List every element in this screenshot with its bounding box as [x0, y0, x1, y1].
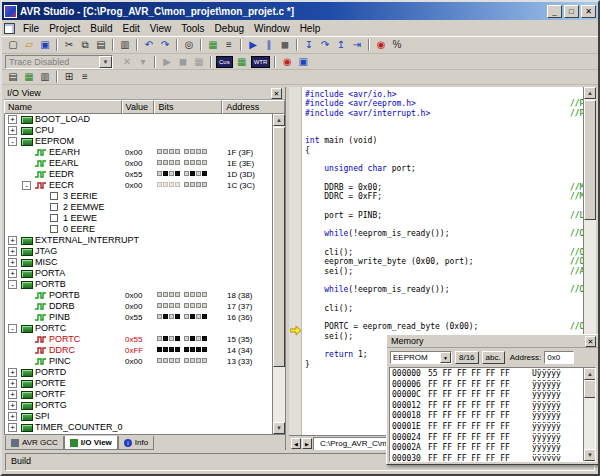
io-row-eeprom[interactable]: -EEPROM [5, 136, 272, 147]
io-row-jtag[interactable]: +JTAG [5, 246, 272, 257]
bit-box[interactable] [157, 347, 162, 352]
expand-icon[interactable]: + [8, 236, 17, 245]
bit-box[interactable] [163, 292, 168, 297]
menu-item-project[interactable]: Project [44, 22, 85, 35]
io-row-cpu[interactable]: +CPU [5, 125, 272, 136]
stop-trace-icon[interactable]: ◼ [175, 55, 191, 69]
bit-box[interactable] [163, 160, 168, 165]
find-icon[interactable]: ◎ [181, 38, 197, 52]
bit-box[interactable] [163, 347, 168, 352]
scrollbar-thumb[interactable] [584, 380, 596, 398]
io-row-porte[interactable]: +PORTE [5, 378, 272, 389]
bit-box[interactable] [157, 149, 162, 154]
bit-box[interactable] [169, 336, 174, 341]
bit-box[interactable] [190, 314, 195, 319]
step-over-icon[interactable]: ↷ [317, 38, 333, 52]
memory-scrollbar[interactable]: ▲ ▼ [583, 368, 595, 461]
scroll-up-icon[interactable]: ▲ [273, 114, 285, 126]
expand-icon[interactable]: + [8, 126, 17, 135]
bit-box[interactable] [163, 314, 168, 319]
bit-box[interactable] [202, 303, 207, 308]
expand-icon[interactable]: + [8, 115, 17, 124]
bit-box[interactable] [175, 171, 180, 176]
io-row-portb[interactable]: -PORTB [5, 279, 272, 290]
bit-box[interactable] [157, 160, 162, 165]
bit-box[interactable] [163, 182, 168, 187]
bit-box[interactable] [184, 358, 189, 363]
bit-box[interactable] [190, 347, 195, 352]
column-header-name[interactable]: Name [4, 100, 122, 114]
bit-box[interactable] [202, 149, 207, 154]
bit-box[interactable] [163, 149, 168, 154]
bit-box[interactable] [169, 171, 174, 176]
expand-icon[interactable]: + [8, 412, 17, 421]
wtr-tool-icon[interactable]: WTR [251, 56, 271, 68]
bit-box[interactable] [202, 182, 207, 187]
bit-box[interactable] [184, 336, 189, 341]
bit-box[interactable] [175, 336, 180, 341]
io-row-timer-counter-0[interactable]: +TIMER_COUNTER_0 [5, 422, 272, 433]
bit-box[interactable] [157, 292, 162, 297]
bit-box[interactable] [169, 303, 174, 308]
bit-box[interactable] [184, 149, 189, 154]
close-icon[interactable]: ✕ [585, 336, 596, 347]
bit-checkbox[interactable] [50, 225, 58, 233]
bit-box[interactable] [202, 171, 207, 176]
menu-item-window[interactable]: Window [249, 22, 295, 35]
io-row-misc[interactable]: +MISC [5, 257, 272, 268]
word-size-button[interactable]: 8/16 [455, 351, 479, 364]
memory-row[interactable]: 00002AFF FF FF FF FF FFÿÿÿÿÿÿ [390, 442, 583, 453]
scroll-up-icon[interactable]: ▲ [584, 87, 596, 99]
bit-box[interactable] [196, 149, 201, 154]
bit-box[interactable] [175, 149, 180, 154]
expand-icon[interactable]: + [8, 423, 17, 432]
bit-box[interactable] [184, 292, 189, 297]
io-row-2-eemwe[interactable]: 2 EEMWE [5, 202, 272, 213]
redo-icon[interactable]: ↷ [157, 38, 173, 52]
minimize-button[interactable]: _ [547, 5, 562, 18]
io-row-0-eere[interactable]: 0 EERE [5, 224, 272, 235]
collapse-icon[interactable]: - [8, 324, 17, 333]
io-row-portd[interactable]: +PORTD [5, 367, 272, 378]
print-icon[interactable]: ▥ [117, 38, 133, 52]
clear-trace-icon[interactable]: ✕ [119, 55, 135, 69]
bit-box[interactable] [175, 358, 180, 363]
io-row-porta[interactable]: +PORTA [5, 268, 272, 279]
io-row-ddrb[interactable]: DDRB0x0017 (37) [5, 301, 272, 312]
pause-icon[interactable]: ∥ [261, 38, 277, 52]
chevron-down-icon[interactable]: ▼ [99, 56, 112, 68]
bit-box[interactable] [202, 358, 207, 363]
project-options-icon[interactable]: ≡ [221, 38, 237, 52]
bit-box[interactable] [196, 358, 201, 363]
memory-row[interactable]: 00001EFF FF FF FF FF FFÿÿÿÿÿÿ [390, 421, 583, 432]
cut-icon[interactable]: ✂ [61, 38, 77, 52]
bit-box[interactable] [190, 160, 195, 165]
bit-box[interactable] [190, 358, 195, 363]
ascii-toggle-button[interactable]: abc. [482, 351, 505, 364]
io-row-external-interrupt[interactable]: +EXTERNAL_INTERRUPT [5, 235, 272, 246]
memory-row[interactable]: 000024FF FF FF FF FF FFÿÿÿÿÿÿ [390, 432, 583, 443]
close-button[interactable]: ✕ [581, 5, 596, 18]
tab-scroll-left-icon[interactable]: ◀ [291, 438, 301, 449]
memory-grid[interactable]: 00000055 FF FF FF FF FFUÿÿÿÿÿ000006FF FF… [389, 367, 596, 462]
device-select-icon[interactable]: ▦ [205, 38, 221, 52]
bit-box[interactable] [184, 314, 189, 319]
bit-checkbox[interactable] [50, 214, 58, 222]
bit-box[interactable] [157, 303, 162, 308]
run-to-cursor-icon[interactable]: ⇥ [349, 38, 365, 52]
bit-box[interactable] [196, 336, 201, 341]
bit-box[interactable] [184, 182, 189, 187]
bit-box[interactable] [196, 292, 201, 297]
open-file-icon[interactable]: ▱ [21, 38, 37, 52]
bit-checkbox[interactable] [50, 203, 58, 211]
scrollbar-thumb[interactable] [273, 127, 285, 367]
title-bar[interactable]: AVR Studio - [C:\Prog_AVR_C\mon_projet\m… [2, 2, 598, 20]
io-row-eearl[interactable]: EEARL0x001E (3E) [5, 158, 272, 169]
bit-box[interactable] [169, 149, 174, 154]
step-into-icon[interactable]: ↧ [301, 38, 317, 52]
menu-item-edit[interactable]: Edit [118, 22, 145, 35]
trace-combobox[interactable]: Trace Disabled ▼ [5, 55, 113, 69]
bit-box[interactable] [157, 171, 162, 176]
bit-box[interactable] [202, 347, 207, 352]
bit-box[interactable] [175, 182, 180, 187]
